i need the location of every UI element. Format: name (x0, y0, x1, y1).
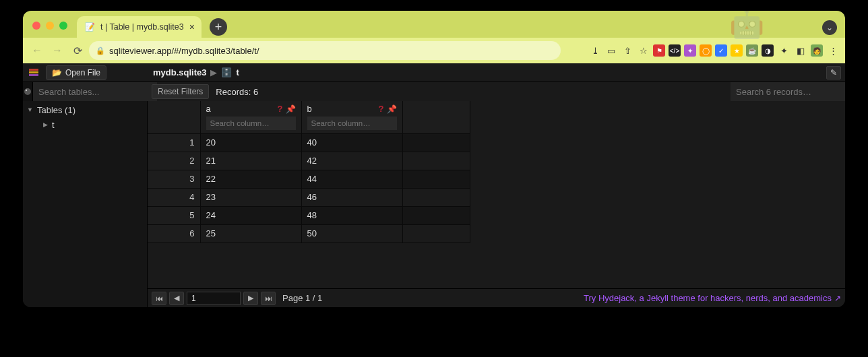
android-decoration: 🤖 (729, 11, 764, 40)
breadcrumb-database[interactable]: mydb.sqlite3 (153, 67, 206, 77)
sidebar-item-t[interactable]: ▶ t (23, 117, 147, 132)
cell[interactable]: 48 (301, 206, 402, 224)
pin-icon[interactable]: 📌 (387, 104, 397, 114)
bookmark-icon[interactable]: ☆ (637, 44, 650, 57)
spacer-header (402, 101, 470, 133)
back-button[interactable]: ← (28, 42, 46, 59)
cell[interactable]: 25 (200, 224, 301, 242)
column-header-b[interactable]: b ? 📌 (301, 101, 402, 133)
reload-button[interactable]: ⟳ (69, 42, 86, 59)
disclosure-triangle-icon[interactable]: ▼ (27, 106, 33, 113)
reader-icon[interactable]: ▭ (604, 44, 618, 57)
browser-tab[interactable]: 📝 t | Table | mydb.sqlite3 × (77, 16, 202, 38)
reset-filters-button[interactable]: Reset Filters (152, 84, 209, 99)
share-icon[interactable]: ⇧ (621, 44, 634, 57)
svg-point-4 (26, 90, 27, 91)
kebab-menu-icon[interactable]: ⋮ (826, 44, 840, 57)
ext-icon[interactable]: ★ (731, 44, 743, 57)
pin-icon[interactable]: 📌 (286, 104, 296, 114)
prev-page-button[interactable]: ◀ (169, 292, 184, 305)
svg-point-3 (24, 88, 31, 95)
next-page-button[interactable]: ▶ (243, 292, 258, 305)
install-app-icon[interactable]: ⤓ (588, 44, 602, 57)
column-filter-b[interactable] (307, 117, 397, 130)
table-row[interactable]: 22142 (148, 152, 470, 170)
cell[interactable]: 50 (301, 224, 402, 242)
profile-avatar[interactable]: 🧑 (811, 44, 823, 57)
ext-icon[interactable]: ◯ (700, 44, 712, 57)
ext-icon[interactable]: ✓ (715, 44, 727, 57)
type-unknown-icon[interactable]: ? (379, 104, 384, 114)
cell-spacer (402, 224, 470, 242)
new-tab-button[interactable]: + (210, 18, 227, 36)
address-bar: ← → ⟳ 🔒 sqliteviewer.app/#/mydb.sqlite3/… (23, 38, 845, 63)
last-page-button[interactable]: ⏭ (261, 292, 276, 305)
sidepanel-icon[interactable]: ◧ (794, 44, 807, 57)
data-table: a ? 📌 b ? (148, 101, 470, 243)
first-page-button[interactable]: ⏮ (152, 292, 166, 305)
sidebar: ▼ Tables (1) ▶ t (23, 101, 148, 307)
table-icon: 🗄️ (221, 67, 232, 77)
edit-button[interactable]: ✎ (826, 66, 841, 79)
cell[interactable]: 40 (301, 133, 402, 152)
external-link-icon: ↗ (834, 294, 841, 303)
close-tab-button[interactable]: × (189, 22, 195, 32)
row-number: 1 (148, 133, 200, 152)
extensions-puzzle-icon[interactable]: ✦ (777, 44, 790, 57)
breadcrumb-table[interactable]: t (236, 67, 239, 77)
open-file-button[interactable]: 📂 Open File (46, 65, 106, 80)
ext-icon[interactable]: </> (669, 44, 681, 57)
cell[interactable]: 44 (301, 170, 402, 188)
ext-icon[interactable]: ⚑ (653, 44, 665, 57)
cell[interactable]: 21 (200, 152, 301, 170)
sidebar-tables-header[interactable]: ▼ Tables (1) (23, 102, 147, 117)
tab-overflow-button[interactable]: ⌄ (822, 20, 837, 35)
row-number: 5 (148, 206, 200, 224)
lock-icon: 🔒 (96, 46, 105, 55)
ext-icon[interactable]: ☕ (746, 44, 758, 57)
promo-text: Try Hydejack, a Jekyll theme for hackers… (584, 293, 832, 303)
ext-icon[interactable]: ◑ (762, 44, 774, 57)
app-body: ▼ Tables (1) ▶ t (23, 101, 845, 307)
search-tables-input[interactable] (33, 82, 157, 101)
url-field[interactable]: 🔒 sqliteviewer.app/#/mydb.sqlite3/table/… (89, 41, 561, 60)
cell[interactable]: 20 (200, 133, 301, 152)
type-unknown-icon[interactable]: ? (278, 104, 283, 114)
cell[interactable]: 46 (301, 188, 402, 206)
cell[interactable]: 22 (200, 170, 301, 188)
table-body: 12040 22142 32244 42346 52448 62550 (148, 133, 470, 242)
page-indicator: Page 1 / 1 (282, 293, 322, 303)
close-window-button[interactable] (32, 22, 40, 30)
table-row[interactable]: 12040 (148, 133, 470, 152)
promo-link[interactable]: Try Hydejack, a Jekyll theme for hackers… (584, 293, 841, 303)
cell[interactable]: 23 (200, 188, 301, 206)
column-header-a[interactable]: a ? 📌 (200, 101, 301, 133)
column-filter-a[interactable] (206, 117, 296, 130)
table-row[interactable]: 62550 (148, 224, 470, 242)
window-controls (23, 22, 77, 38)
row-number: 3 (148, 170, 200, 188)
records-count: Records: 6 (213, 87, 258, 97)
ext-icon[interactable]: ✦ (684, 44, 696, 57)
row-number: 2 (148, 152, 200, 170)
tab-favicon: 📝 (85, 22, 95, 32)
breadcrumb: mydb.sqlite3 ▶ 🗄️ t (148, 67, 239, 77)
column-name: a (206, 104, 211, 114)
table-row[interactable]: 32244 (148, 170, 470, 188)
cell[interactable]: 42 (301, 152, 402, 170)
row-number: 6 (148, 224, 200, 242)
forward-button[interactable]: → (49, 42, 66, 59)
disclosure-triangle-icon[interactable]: ▶ (43, 121, 48, 128)
table-row[interactable]: 52448 (148, 206, 470, 224)
theme-toggle[interactable] (23, 82, 33, 101)
maximize-window-button[interactable] (59, 22, 67, 30)
cell[interactable]: 24 (200, 206, 301, 224)
minimize-window-button[interactable] (46, 22, 54, 30)
page-input[interactable] (187, 292, 241, 305)
rownum-header (148, 101, 200, 133)
search-records-input[interactable] (731, 82, 845, 101)
table-row[interactable]: 42346 (148, 188, 470, 206)
cell-spacer (402, 206, 470, 224)
cell-spacer (402, 188, 470, 206)
app: 📂 Open File mydb.sqlite3 ▶ 🗄️ t ✎ (23, 63, 845, 307)
